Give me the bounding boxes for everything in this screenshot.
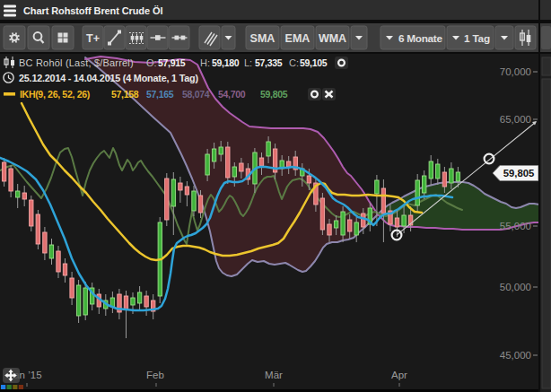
svg-text:WMA: WMA xyxy=(319,32,346,45)
svg-text:59,180: 59,180 xyxy=(212,57,240,68)
svg-text:T+: T+ xyxy=(86,32,100,45)
svg-text:Apr: Apr xyxy=(391,370,407,380)
svg-text:57,915: 57,915 xyxy=(158,57,186,68)
svg-text:58,074: 58,074 xyxy=(182,89,210,100)
svg-text:EMA: EMA xyxy=(285,32,310,45)
svg-text:BC Rohöl (Last, $/Barrel): BC Rohöl (Last, $/Barrel) xyxy=(19,57,134,68)
svg-text:6 Monate: 6 Monate xyxy=(398,32,442,45)
svg-text:57,335: 57,335 xyxy=(255,57,283,68)
svg-text:SMA: SMA xyxy=(250,32,276,45)
svg-text:H:: H: xyxy=(200,57,210,68)
svg-text:57,165: 57,165 xyxy=(146,89,174,100)
svg-text:1 Tag: 1 Tag xyxy=(464,32,490,45)
svg-text:59,805: 59,805 xyxy=(503,168,535,179)
svg-text:Mär: Mär xyxy=(265,370,283,380)
svg-text:L:: L: xyxy=(244,57,252,68)
svg-text:65,000: 65,000 xyxy=(500,114,531,125)
svg-text:59,805: 59,805 xyxy=(260,89,288,100)
svg-text:Chart Rohstoff Brent Crude Öl: Chart Rohstoff Brent Crude Öl xyxy=(23,5,162,16)
svg-text:70,000: 70,000 xyxy=(500,66,531,77)
svg-text:IKH(9, 26, 52, 26): IKH(9, 26, 52, 26) xyxy=(20,89,90,100)
svg-text:59,105: 59,105 xyxy=(300,57,328,68)
svg-text:45,000: 45,000 xyxy=(500,350,531,361)
svg-text:55,000: 55,000 xyxy=(500,221,531,231)
svg-text:C:: C: xyxy=(289,57,299,68)
svg-text:54,700: 54,700 xyxy=(218,89,246,100)
svg-text:25.12.2014 - 14.04.2015 (4 Mon: 25.12.2014 - 14.04.2015 (4 Monate, 1 Tag… xyxy=(19,73,198,83)
svg-text:O:: O: xyxy=(146,57,157,68)
svg-text:Feb: Feb xyxy=(146,370,164,380)
svg-text:57,158: 57,158 xyxy=(111,89,139,100)
svg-text:50,000: 50,000 xyxy=(500,282,531,292)
